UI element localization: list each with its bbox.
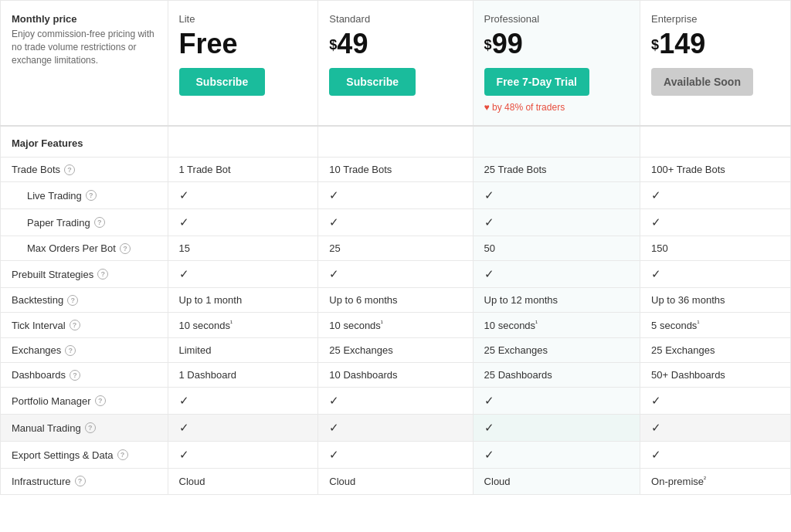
feature-value-professional: 25 Trade Bots (473, 158, 640, 182)
feature-value-lite: ✓ (168, 209, 318, 236)
feature-value-lite: ✓ (168, 261, 318, 288)
feature-value-standard: ✓ (318, 182, 473, 209)
feature-value-enterprise: 100+ Trade Bots (640, 158, 791, 182)
feature-row-dashboards: Dashboards?1 Dashboard10 Dashboards25 Da… (1, 363, 791, 388)
feature-value-enterprise: ✓ (640, 182, 791, 209)
major-features-label: Major Features (1, 126, 168, 158)
plan-lite-subscribe-button[interactable]: Subscribe (179, 68, 266, 96)
plan-enterprise-header: Enterprise $149 Available Soon (640, 1, 791, 127)
checkmark-icon: ✓ (484, 421, 494, 434)
feature-value-professional: ✓ (473, 209, 640, 236)
feature-value-professional: ✓ (473, 415, 640, 442)
feature-value-standard: 10 Trade Bots (318, 158, 473, 182)
checkmark-icon: ✓ (329, 188, 339, 202)
plan-professional-button-wrapper: Free 7-Day Trial (484, 60, 630, 96)
plan-standard-name: Standard (329, 13, 461, 25)
plan-standard-price-value: 49 (337, 28, 368, 59)
plan-professional-name: Professional (484, 13, 630, 25)
feature-label: Max Orders Per Bot (27, 242, 116, 254)
plan-enterprise-soon-button: Available Soon (651, 68, 753, 96)
monthly-price-label: Monthly price (12, 13, 157, 25)
checkmark-icon: ✓ (329, 394, 339, 407)
feature-label: Tick Interval (12, 320, 66, 331)
plan-standard-subscribe-button[interactable]: Subscribe (329, 68, 416, 96)
checkmark-icon: ✓ (651, 267, 661, 280)
feature-value-professional: 25 Exchanges (473, 338, 640, 363)
feature-value-professional: Up to 12 months (473, 288, 640, 313)
feature-value-lite: ✓ (168, 182, 318, 209)
feature-value-enterprise: ✓ (640, 388, 791, 415)
feature-value-standard: ✓ (318, 442, 473, 469)
feature-label: Infrastructure (12, 476, 71, 487)
feature-row-portfolio-manager: Portfolio Manager?✓✓✓✓ (1, 388, 791, 415)
feature-value-lite: 15 (168, 236, 318, 261)
feature-value-enterprise: ✓ (640, 442, 791, 469)
feature-value-lite: Cloud (168, 469, 318, 494)
feature-label: Export Settings & Data (12, 449, 114, 461)
checkmark-icon: ✓ (651, 448, 661, 461)
checkmark-icon: ✓ (651, 215, 661, 229)
info-icon: ? (85, 422, 96, 433)
feature-row-trade-bots: Trade Bots?1 Trade Bot10 Trade Bots25 Tr… (1, 158, 791, 182)
plan-standard-price: $49 (329, 28, 461, 60)
plan-lite-name: Lite (179, 13, 307, 25)
checkmark-icon: ✓ (484, 394, 494, 407)
header-row: Monthly price Enjoy commission-free pric… (1, 1, 791, 127)
checkmark-icon: ✓ (484, 215, 494, 229)
pricing-table: Monthly price Enjoy commission-free pric… (0, 0, 791, 495)
feature-row-live-trading: Live Trading?✓✓✓✓ (1, 182, 791, 209)
info-icon: ? (70, 370, 80, 381)
checkmark-icon: ✓ (179, 267, 189, 280)
plan-professional-trial-button[interactable]: Free 7-Day Trial (484, 68, 589, 96)
checkmark-icon: ✓ (179, 215, 189, 229)
plan-lite-price: Free (179, 28, 307, 60)
checkmark-icon: ✓ (651, 394, 661, 407)
feature-label: Dashboards (12, 369, 66, 381)
feature-value-lite: 1 Dashboard (168, 363, 318, 388)
feature-label: Backtesting (12, 294, 63, 306)
feature-value-lite: 10 seconds¹ (168, 313, 318, 338)
checkmark-icon: ✓ (329, 267, 339, 280)
plan-standard-header: Standard $49 Subscribe (318, 1, 473, 127)
feature-label: Paper Trading (27, 217, 90, 229)
plan-enterprise-price-value: 149 (659, 28, 705, 59)
feature-label: Live Trading (27, 190, 82, 202)
info-icon: ? (64, 164, 75, 175)
checkmark-icon: ✓ (651, 421, 661, 434)
info-icon: ? (65, 345, 76, 356)
feature-value-standard: Cloud (318, 469, 473, 494)
plan-lite-price-value: Free (179, 28, 238, 59)
feature-value-standard: ✓ (318, 261, 473, 288)
feature-value-enterprise: ✓ (640, 415, 791, 442)
feature-value-lite: 1 Trade Bot (168, 158, 318, 182)
checkmark-icon: ✓ (651, 188, 661, 202)
feature-row-export-settings-data: Export Settings & Data?✓✓✓✓ (1, 442, 791, 469)
feature-row-infrastructure: Infrastructure?CloudCloudCloudOn-premise… (1, 469, 791, 494)
feature-value-standard: Up to 6 months (318, 288, 473, 313)
checkmark-icon: ✓ (329, 215, 339, 229)
feature-label: Exchanges (12, 344, 61, 356)
feature-value-professional: 10 seconds¹ (473, 313, 640, 338)
feature-value-standard: ✓ (318, 388, 473, 415)
monthly-price-desc: Enjoy commission-free pricing with no tr… (12, 28, 157, 66)
popular-text: by 48% of traders (492, 102, 565, 113)
info-icon: ? (120, 243, 131, 254)
feature-value-standard: ✓ (318, 415, 473, 442)
feature-value-lite: ✓ (168, 388, 318, 415)
feature-label: Portfolio Manager (12, 395, 91, 407)
feature-label: Manual Trading (12, 422, 81, 434)
feature-value-enterprise: 25 Exchanges (640, 338, 791, 363)
plan-enterprise-name: Enterprise (651, 13, 779, 25)
feature-value-professional: 50 (473, 236, 640, 261)
feature-value-standard: ✓ (318, 209, 473, 236)
plan-professional-header: Professional $99 Free 7-Day Trial ♥ by 4… (473, 1, 640, 127)
checkmark-icon: ✓ (179, 448, 189, 461)
info-icon: ? (70, 320, 80, 330)
feature-value-enterprise: 5 seconds¹ (640, 313, 791, 338)
feature-value-enterprise: 50+ Dashboards (640, 363, 791, 388)
plan-lite-header: Lite Free Subscribe (168, 1, 318, 127)
feature-row-max-orders-per-bot: Max Orders Per Bot?152550150 (1, 236, 791, 261)
feature-value-professional: ✓ (473, 261, 640, 288)
info-icon: ? (75, 476, 86, 486)
info-icon: ? (67, 295, 78, 306)
